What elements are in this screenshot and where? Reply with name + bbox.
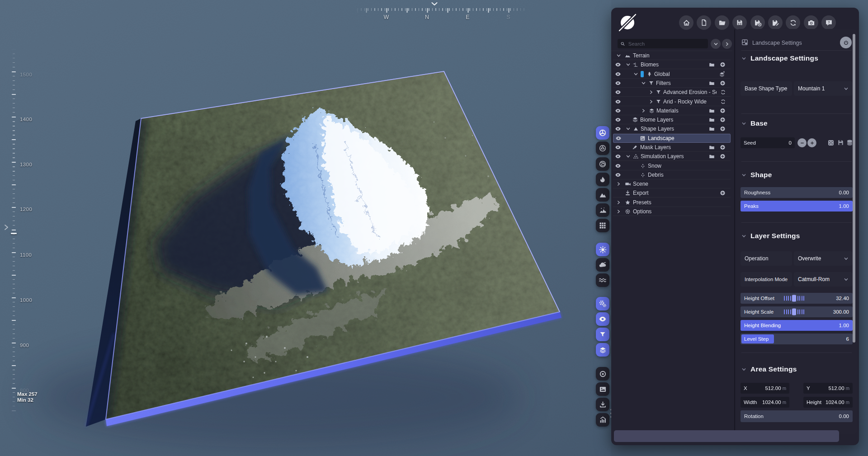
add-layer-icon[interactable] [719,71,725,77]
area-width-field[interactable]: Width 1024.00 m [741,397,789,408]
seed-randomize-button[interactable] [827,139,835,146]
folder-icon[interactable] [709,144,715,150]
add-icon[interactable] [720,126,726,132]
tree-item-global[interactable]: Global [613,70,731,79]
open-file-button[interactable] [715,15,729,30]
chevron-down-icon[interactable] [626,154,631,159]
toolbar-layers-button[interactable] [596,343,609,357]
tree-item-options[interactable]: Options [613,207,731,216]
new-file-button[interactable] [697,15,711,30]
tree-item-debris[interactable]: Debris [613,170,731,179]
screenshot-button[interactable] [804,15,818,30]
toolbar-flame-button[interactable] [596,173,609,186]
tree-item-biomes[interactable]: Biomes [613,60,731,69]
toolbar-gears-button[interactable] [596,297,609,310]
left-panel-expand-chevron[interactable] [3,223,9,231]
tree-item-biome-layers[interactable]: Biome Layers [613,115,731,124]
add-icon[interactable] [720,80,726,86]
area-y-field[interactable]: Y 512.00 m [803,383,853,394]
section-landscape-settings[interactable]: Landscape Settings [741,54,818,62]
eye-icon[interactable] [615,61,621,68]
section-shape[interactable]: Shape [741,171,772,179]
folder-icon[interactable] [709,126,715,132]
panel-power-button[interactable] [840,37,852,48]
chevron-right-icon[interactable] [649,99,654,104]
add-icon[interactable] [720,61,726,67]
help-button[interactable]: ? [821,15,836,30]
tree-item-arid-rocky-wide[interactable]: Arid - Rocky Wide [613,97,731,106]
toolbar-statistics-button[interactable] [596,413,609,427]
tree-item-shape-layers[interactable]: Shape Layers [613,124,731,133]
seed-field[interactable]: Seed 0 [741,137,795,148]
toolbar-sun-button[interactable] [596,243,609,256]
tree-item-filters[interactable]: Filters [613,79,731,88]
chevron-right-icon[interactable] [616,200,621,205]
chevron-down-icon[interactable] [616,53,621,58]
toolbar-record-button[interactable] [596,367,609,381]
toolbar-grid-button[interactable] [596,219,609,232]
search-prev-button[interactable] [711,39,721,49]
eye-icon[interactable] [615,144,621,150]
chevron-right-icon[interactable] [616,181,621,186]
eye-icon[interactable] [615,108,621,114]
toolbar-download-button[interactable] [596,398,609,411]
eye-icon[interactable] [615,153,621,160]
toolbar-terrain-rocks-button[interactable] [596,203,609,217]
home-button[interactable] [679,15,693,30]
save-as-button[interactable] [750,15,765,30]
area-height-field[interactable]: Height 1024.00 m [803,397,853,408]
search-input[interactable] [627,41,705,47]
rotation-slider[interactable]: Rotation 0.00 [741,410,853,422]
toolbar-sphere-outline-button[interactable] [596,141,609,155]
toolbar-image-button[interactable] [596,382,609,396]
toolbar-sphere-wireframe-button[interactable] [596,157,609,171]
height-blending-slider[interactable]: Height Blending 1.00 [741,320,853,331]
seed-decrement-button[interactable] [797,138,807,147]
settings-scrollbar[interactable] [853,34,855,343]
viewport-3d[interactable] [0,0,611,456]
folder-icon[interactable] [709,80,715,86]
folder-icon[interactable] [709,117,715,122]
sync-icon[interactable] [720,89,726,95]
operation-dropdown[interactable]: Overwrite [794,251,853,266]
toolbar-water-waves-button[interactable] [596,273,609,287]
eye-icon[interactable] [615,126,621,132]
eye-icon[interactable] [615,71,621,77]
tree-item-simulation-layers[interactable]: Simulation Layers [613,152,731,161]
seed-save-button[interactable] [837,139,844,146]
peaks-slider[interactable]: Peaks 1.00 [741,201,853,212]
eye-icon[interactable] [615,135,622,141]
sync-button[interactable] [786,15,800,30]
tree-item-landscape[interactable]: Landscape [613,134,731,143]
search-field[interactable] [618,39,708,48]
chevron-right-icon[interactable] [649,89,654,94]
base-shape-type-dropdown[interactable]: Mountain 1 [794,81,853,96]
tree-item-scene[interactable]: Scene [613,179,731,188]
toolbar-render-sphere-button[interactable] [596,126,609,140]
section-area-settings[interactable]: Area Settings [741,365,797,373]
interpolation-mode-dropdown[interactable]: Catmull-Rom [794,272,853,287]
eye-icon[interactable] [615,89,621,95]
chevron-down-icon[interactable] [626,126,631,131]
add-icon[interactable] [720,153,726,159]
add-icon[interactable] [720,190,726,196]
roughness-slider[interactable]: Roughness 0.00 [741,187,853,198]
add-icon[interactable] [720,108,726,113]
height-scale-scrubber[interactable]: Height Scale 300.00 [741,306,853,317]
tree-item-snow[interactable]: Snow [613,161,731,170]
eye-icon[interactable] [615,99,621,105]
folder-icon[interactable] [709,108,715,113]
search-next-button[interactable] [722,39,732,49]
sync-icon[interactable] [720,99,726,104]
chevron-right-icon[interactable] [616,209,621,214]
eye-icon[interactable] [615,172,621,178]
eye-icon[interactable] [615,80,621,86]
chevron-down-icon[interactable] [641,80,646,85]
chevron-down-icon[interactable] [633,71,638,76]
chevron-down-icon[interactable] [626,62,631,67]
folder-icon[interactable] [709,61,715,67]
section-base[interactable]: Base [741,119,768,127]
add-icon[interactable] [720,144,726,150]
eye-icon[interactable] [615,117,621,123]
section-layer-settings[interactable]: Layer Settings [741,232,800,240]
